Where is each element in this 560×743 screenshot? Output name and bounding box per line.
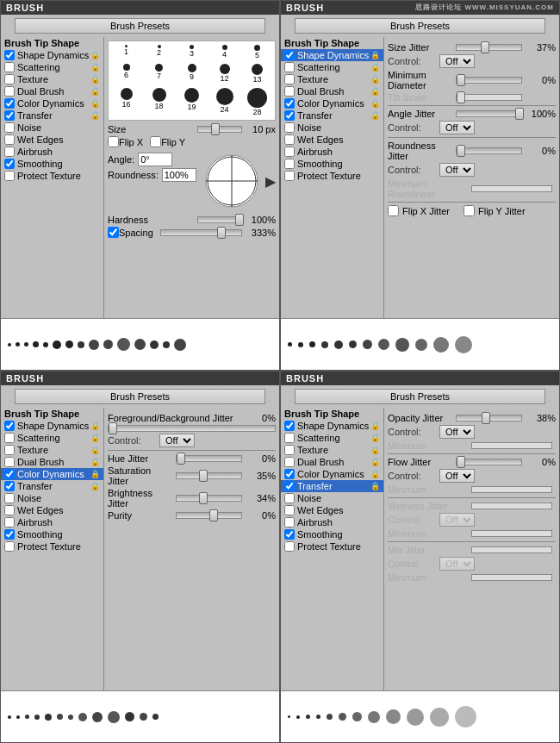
scatter-check-bl[interactable] bbox=[4, 433, 15, 443]
sidebar-item-airbrush-br[interactable]: Airbrush bbox=[281, 516, 383, 528]
flip-x-check-tl[interactable] bbox=[108, 136, 119, 147]
sidebar-item-transfer-bl[interactable]: Transfer 🔒 bbox=[1, 480, 103, 492]
sidebar-item-scatter-br[interactable]: Scattering 🔒 bbox=[281, 432, 383, 444]
angle-input-tl[interactable] bbox=[138, 153, 172, 166]
sidebar-item-shape-dyn-tl[interactable]: Shape Dynamics 🔒 bbox=[1, 49, 103, 61]
scatter-check-tr[interactable] bbox=[284, 62, 295, 72]
flip-y-check-tl[interactable] bbox=[150, 136, 161, 147]
spacing-check-tl[interactable] bbox=[108, 227, 119, 238]
airbrush-check-bl[interactable] bbox=[4, 517, 15, 528]
texture-check-br[interactable] bbox=[284, 445, 295, 455]
control1-select-br[interactable]: Off bbox=[439, 425, 475, 439]
color-check-tr[interactable] bbox=[284, 98, 295, 109]
sidebar-item-brush-tip-tr[interactable]: Brush Tip Shape bbox=[281, 37, 383, 49]
control2-select-br[interactable]: Off bbox=[439, 469, 475, 483]
sidebar-item-dual-br[interactable]: Dual Brush 🔒 bbox=[281, 456, 383, 468]
smoothing-check-tl[interactable] bbox=[4, 159, 15, 169]
dual-check-bl[interactable] bbox=[4, 457, 15, 467]
sidebar-item-smoothing-tr[interactable]: Smoothing bbox=[281, 158, 383, 170]
angle-jitter-slider-tr[interactable] bbox=[456, 110, 522, 117]
min-diam-slider-tr[interactable] bbox=[456, 77, 522, 84]
dual-check-br[interactable] bbox=[284, 457, 295, 467]
smoothing-check-tr[interactable] bbox=[284, 159, 295, 169]
shape-dyn-check-br[interactable] bbox=[284, 421, 295, 431]
sidebar-item-texture-tr[interactable]: Texture 🔒 bbox=[281, 73, 383, 85]
protect-check-bl[interactable] bbox=[4, 541, 15, 552]
scatter-check-tl[interactable] bbox=[4, 62, 15, 72]
brush-cell-16[interactable]: 16 bbox=[110, 86, 142, 118]
brush-cell-24[interactable]: 24 bbox=[208, 86, 240, 118]
brush-presets-button-bl[interactable]: Brush Presets bbox=[15, 389, 265, 404]
dual-check-tr[interactable] bbox=[284, 86, 295, 97]
shape-dyn-check-bl[interactable] bbox=[4, 421, 15, 431]
sidebar-item-noise-br[interactable]: Noise bbox=[281, 492, 383, 504]
sidebar-item-transfer-tl[interactable]: Transfer 🔒 bbox=[1, 109, 103, 122]
noise-check-br[interactable] bbox=[284, 493, 295, 503]
scatter-check-br[interactable] bbox=[284, 433, 295, 443]
spacing-slider-tl[interactable] bbox=[160, 229, 242, 236]
sidebar-item-smoothing-bl[interactable]: Smoothing bbox=[1, 528, 103, 540]
brush-cell-9[interactable]: 9 bbox=[176, 62, 208, 85]
sidebar-item-transfer-br[interactable]: Transfer 🔒 bbox=[281, 480, 383, 492]
hue-slider-bl[interactable] bbox=[176, 455, 242, 462]
sidebar-item-noise-bl[interactable]: Noise bbox=[1, 492, 103, 504]
sidebar-item-airbrush-tr[interactable]: Airbrush bbox=[281, 146, 383, 158]
sidebar-item-airbrush-bl[interactable]: Airbrush bbox=[1, 516, 103, 528]
airbrush-check-tl[interactable] bbox=[4, 147, 15, 157]
transfer-check-tr[interactable] bbox=[284, 110, 295, 121]
control1-select-tr[interactable]: Off bbox=[439, 54, 475, 68]
color-check-tl[interactable] bbox=[4, 98, 15, 109]
noise-check-tr[interactable] bbox=[284, 122, 295, 133]
smoothing-check-br[interactable] bbox=[284, 529, 295, 540]
airbrush-check-br[interactable] bbox=[284, 517, 295, 528]
sidebar-item-shape-dyn-tr[interactable]: Shape Dynamics 🔒 bbox=[281, 49, 383, 61]
shape-dyn-check-tl[interactable] bbox=[4, 50, 15, 60]
flip-y-jitter-check-tr[interactable] bbox=[464, 205, 475, 216]
sidebar-item-brush-tip-bl[interactable]: Brush Tip Shape bbox=[1, 408, 103, 420]
sat-slider-bl[interactable] bbox=[176, 472, 242, 479]
wetedges-check-tl[interactable] bbox=[4, 134, 15, 145]
sidebar-item-wetedges-tl[interactable]: Wet Edges bbox=[1, 134, 103, 146]
sidebar-item-shape-dyn-br[interactable]: Shape Dynamics 🔒 bbox=[281, 420, 383, 432]
shape-dyn-check-tr[interactable] bbox=[284, 50, 295, 60]
brush-cell-3[interactable]: 3 bbox=[176, 43, 208, 61]
size-jitter-slider-tr[interactable] bbox=[456, 44, 522, 51]
dual-check-tl[interactable] bbox=[4, 86, 15, 97]
sidebar-item-airbrush-tl[interactable]: Airbrush bbox=[1, 146, 103, 158]
sidebar-item-protect-bl[interactable]: Protect Texture bbox=[1, 540, 103, 553]
sidebar-item-dual-tl[interactable]: Dual Brush 🔒 bbox=[1, 85, 103, 97]
sidebar-item-scatter-tr[interactable]: Scattering 🔒 bbox=[281, 61, 383, 73]
brush-cell-7[interactable]: 7 bbox=[143, 62, 175, 85]
wetedges-check-bl[interactable] bbox=[4, 505, 15, 515]
sidebar-item-noise-tl[interactable]: Noise bbox=[1, 122, 103, 134]
smoothing-check-bl[interactable] bbox=[4, 529, 15, 540]
sidebar-item-texture-bl[interactable]: Texture 🔒 bbox=[1, 444, 103, 456]
sidebar-item-color-tr[interactable]: Color Dynamics 🔒 bbox=[281, 97, 383, 109]
brush-presets-button-tl[interactable]: Brush Presets bbox=[15, 18, 265, 34]
roundness-input-tl[interactable] bbox=[162, 168, 196, 182]
protect-check-tl[interactable] bbox=[4, 171, 15, 181]
sidebar-item-transfer-tr[interactable]: Transfer 🔒 bbox=[281, 109, 383, 122]
control1-select-bl[interactable]: Off bbox=[159, 434, 195, 447]
texture-check-bl[interactable] bbox=[4, 445, 15, 455]
sidebar-item-scatter-tl[interactable]: Scattering 🔒 bbox=[1, 61, 103, 73]
texture-check-tl[interactable] bbox=[4, 74, 15, 84]
sidebar-item-noise-tr[interactable]: Noise bbox=[281, 122, 383, 134]
roundness-jitter-slider-tr[interactable] bbox=[456, 147, 522, 154]
sidebar-item-texture-br[interactable]: Texture 🔒 bbox=[281, 444, 383, 456]
noise-check-bl[interactable] bbox=[4, 493, 15, 503]
transfer-check-br[interactable] bbox=[284, 481, 295, 491]
brush-cell-13[interactable]: 13 bbox=[241, 62, 273, 85]
transfer-check-tl[interactable] bbox=[4, 110, 15, 121]
sidebar-item-brush-tip-tl[interactable]: Brush Tip Shape bbox=[1, 37, 103, 49]
sidebar-item-wetedges-br[interactable]: Wet Edges bbox=[281, 504, 383, 516]
sidebar-item-protect-tr[interactable]: Protect Texture bbox=[281, 170, 383, 182]
brush-cell-6[interactable]: 6 bbox=[110, 62, 142, 85]
flow-jitter-slider-br[interactable] bbox=[456, 459, 522, 465]
wetedges-check-tr[interactable] bbox=[284, 134, 295, 145]
sidebar-item-wetedges-tr[interactable]: Wet Edges bbox=[281, 134, 383, 146]
brush-cell-1[interactable]: 1 bbox=[110, 43, 142, 61]
control2-select-tr[interactable]: Off bbox=[439, 121, 475, 134]
sidebar-item-protect-tl[interactable]: Protect Texture bbox=[1, 170, 103, 182]
sidebar-item-color-tl[interactable]: Color Dynamics 🔒 bbox=[1, 97, 103, 109]
